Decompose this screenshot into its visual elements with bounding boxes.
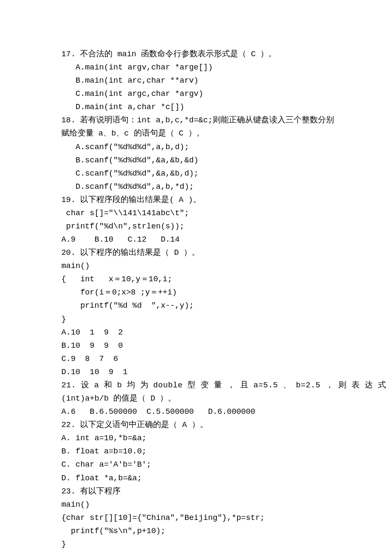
document-page: 17. 不合法的 main 函数命令行参数表示形式是（ C ）。 A.main(…	[0, 0, 392, 554]
q18-option-c: C.scanf("%d%d%d",&a,&b,d);	[75, 167, 329, 180]
q22-option-d: D. float *a,b=&a;	[61, 472, 329, 485]
q18-stem-line2: 赋给变量 a、b、c 的语句是（ C ）。	[61, 127, 329, 140]
q20-stem: 20. 以下程序的输出结果是（ D ）。	[61, 246, 329, 260]
q22-stem: 22. 以下定义语句中正确的是（ A ）。	[61, 418, 329, 432]
q21-stem-line1: 21. 设 a 和 b 均 为 double 型 变 量 ， 且 a=5.5 、…	[61, 379, 329, 392]
q18-stem-line1: 18. 若有说明语句：int a,b,c,*d=&c;则能正确从键盘读入三个整数…	[61, 114, 329, 127]
q17-option-d: D.main(int a,char *c[])	[75, 101, 329, 114]
q18-option-b: B.scanf("%d%d%d",&a,&b,&d)	[75, 154, 329, 167]
q20-code-line5: }	[61, 313, 329, 326]
q20-code-line3: for(i＝0;x>8 ;y＝++i)	[61, 286, 329, 299]
q17-option-b: B.main(int arc,char **arv)	[75, 74, 329, 87]
q20-option-c: C.9 8 7 6	[61, 352, 329, 366]
q18-option-d: D.scanf("%d%d%d",a,b,*d);	[75, 180, 329, 193]
q23-code-line2: {char str[][10]={"China","Beijing"},*p=s…	[61, 511, 329, 525]
q22-option-a: A. int a=10,*b=&a;	[61, 432, 329, 445]
q20-code-line2: { int x＝10,y＝10,i;	[61, 273, 329, 286]
q20-code-line4: printf("%d %d ",x--,y);	[61, 299, 329, 312]
q23-code-line3: printf("%s\n",p+10);	[61, 525, 329, 538]
q23-code-line4: }	[61, 538, 329, 551]
q17-option-a: A.main(int argv,char *arge[])	[75, 61, 329, 74]
q22-option-c: C. char a='A'b='B';	[61, 458, 329, 471]
q23-code-line1: main()	[61, 498, 329, 511]
q17-option-c: C.main(int argc,char *argv)	[75, 87, 329, 101]
q20-option-d: D.10 10 9 1	[61, 366, 329, 379]
q19-code-line1: char s[]="\\141\141abc\t";	[61, 207, 329, 220]
q20-option-a: A.10 1 9 2	[61, 326, 329, 339]
q18-option-a: A.scanf("%d%d%d",a,b,d);	[75, 141, 329, 154]
q20-option-b: B.10 9 9 0	[61, 339, 329, 352]
q19-code-line2: printf("%d\n",strlen(s));	[61, 220, 329, 233]
q19-options: A.9 B.10 C.12 D.14	[61, 233, 329, 246]
q20-code-line1: main()	[61, 260, 329, 273]
q21-options: A.6 B.6.500000 C.5.500000 D.6.000000	[61, 405, 329, 418]
q23-stem: 23. 有以下程序	[61, 485, 329, 498]
q21-stem-line2: (int)a+b/b 的值是（ D ）。	[61, 392, 329, 405]
q22-option-b: B. float a=b=10.0;	[61, 445, 329, 458]
q19-stem: 19. 以下程序段的输出结果是( A )。	[61, 193, 329, 207]
q17-stem: 17. 不合法的 main 函数命令行参数表示形式是（ C ）。	[61, 48, 329, 61]
